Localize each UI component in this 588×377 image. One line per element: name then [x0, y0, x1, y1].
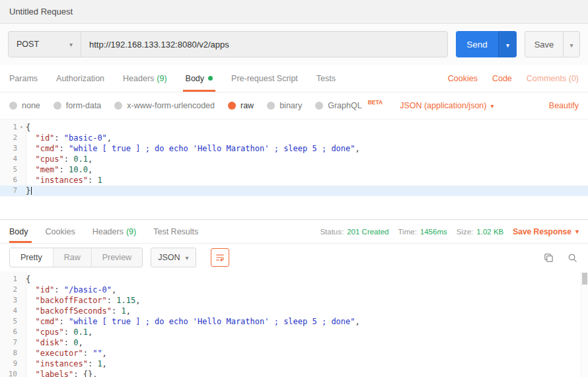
code-text: "instances": 1: [26, 175, 102, 186]
copy-icon: [544, 253, 554, 263]
beautify-link[interactable]: Beautify: [549, 101, 579, 110]
send-dropdown-button[interactable]: ▾: [498, 31, 517, 57]
response-toolbar: Pretty Raw Preview JSON ▾: [0, 244, 588, 271]
code-line: 3 "cmd": "while [ true ] ; do echo 'Hell…: [0, 143, 588, 154]
line-number: 5: [0, 164, 17, 175]
url-group: POST ▾: [8, 31, 448, 57]
code-line: 7 "disk": 0,: [0, 337, 588, 348]
body-type-graphql[interactable]: GraphQLBETA: [315, 101, 383, 110]
view-pretty-button[interactable]: Pretty: [10, 248, 54, 267]
save-dropdown-button[interactable]: ▾: [563, 31, 580, 57]
code-line: 2 "id": "basic-0",: [0, 133, 588, 143]
code-line: 4 "cpus": 0.1,: [0, 154, 588, 164]
code-line: 6 "instances": 1: [0, 175, 588, 186]
fold-spacer: [17, 143, 26, 154]
response-tab-headers[interactable]: Headers(9): [84, 220, 145, 243]
chevron-down-icon: ▾: [185, 254, 188, 261]
tab-headers[interactable]: Headers(9): [114, 65, 176, 92]
fold-spacer: [17, 359, 26, 369]
body-type-raw[interactable]: raw: [228, 101, 254, 110]
cookies-link[interactable]: Cookies: [448, 74, 478, 83]
fold-spacer: [17, 316, 26, 327]
tab-body[interactable]: Body: [176, 65, 223, 92]
line-number: 1: [0, 122, 17, 133]
time-label: Time:: [398, 228, 417, 236]
fold-spacer: [17, 327, 26, 337]
code-text: "instances": 1,: [26, 359, 107, 369]
tab-pre-request-script[interactable]: Pre-request Script: [222, 65, 307, 92]
fold-spacer: [17, 133, 26, 143]
line-number: 2: [0, 285, 17, 295]
save-response-button[interactable]: Save Response ▾: [513, 227, 579, 236]
copy-response-button[interactable]: [542, 251, 555, 264]
fold-spacer: [17, 186, 26, 196]
search-response-button[interactable]: [566, 251, 579, 264]
comments-link[interactable]: Comments (0): [527, 74, 579, 83]
code-text: "id": "/basic-0",: [26, 285, 116, 295]
request-body-editor[interactable]: 1▾{2 "id": "basic-0",3 "cmd": "while [ t…: [0, 119, 588, 197]
fold-spacer: [17, 154, 26, 164]
body-type-binary[interactable]: binary: [267, 101, 302, 110]
code-line: 7}: [0, 186, 588, 196]
view-raw-button[interactable]: Raw: [54, 248, 92, 267]
tab-authorization[interactable]: Authorization: [47, 65, 114, 92]
code-link[interactable]: Code: [492, 74, 512, 83]
response-tab-body[interactable]: Body: [9, 220, 37, 243]
response-meta: Status: 201 Created Time: 1456ms Size: 1…: [320, 227, 579, 236]
url-input[interactable]: [81, 32, 447, 57]
method-select[interactable]: POST ▾: [9, 32, 81, 57]
status-value: 201 Created: [347, 228, 388, 236]
code-line: 4 "backoffSeconds": 1,: [0, 306, 588, 316]
text-cursor: [31, 187, 32, 195]
save-button[interactable]: Save: [525, 31, 563, 57]
fold-spacer: [17, 274, 26, 285]
vertical-scrollbar[interactable]: [581, 271, 588, 377]
headers-count-badge: (9): [126, 227, 136, 236]
code-text: "labels": {},: [26, 369, 97, 377]
body-type-urlencoded[interactable]: x-www-form-urlencoded: [114, 101, 215, 110]
code-line: 2 "id": "/basic-0",: [0, 285, 588, 295]
fold-icon[interactable]: ▾: [17, 122, 26, 133]
response-tab-test-results[interactable]: Test Results: [145, 220, 207, 243]
graphql-beta-badge: BETA: [368, 99, 383, 106]
tab-params[interactable]: Params: [9, 65, 47, 92]
code-line: 6 "cpus": 0.1,: [0, 327, 588, 337]
body-type-bar: none form-data x-www-form-urlencoded raw…: [0, 92, 588, 119]
chevron-down-icon: ▾: [490, 102, 494, 110]
code-line: 5 "mem": 10.0,: [0, 164, 588, 175]
body-type-form-data[interactable]: form-data: [54, 101, 102, 110]
response-format-select[interactable]: JSON ▾: [151, 248, 196, 267]
tab-tests[interactable]: Tests: [307, 65, 345, 92]
code-line: 1{: [0, 274, 588, 285]
line-number: 4: [0, 306, 17, 316]
code-text: "cmd": "while [ true ] ; do echo 'Hello …: [26, 143, 360, 154]
response-body-viewer[interactable]: 1{2 "id": "/basic-0",3 "backoffFactor": …: [0, 271, 588, 377]
radio-icon: [54, 102, 61, 110]
save-button-group: Save ▾: [525, 31, 580, 57]
code-line: 1▾{: [0, 122, 588, 133]
line-number: 8: [0, 348, 17, 359]
send-button[interactable]: Send: [456, 31, 498, 57]
scrollbar-thumb[interactable]: [582, 273, 587, 285]
wrap-text-button[interactable]: [211, 248, 229, 267]
code-text: "cpus": 0.1,: [26, 154, 92, 164]
line-number: 9: [0, 359, 17, 369]
content-type-select[interactable]: JSON (application/json) ▾: [400, 101, 494, 110]
chevron-down-icon: ▾: [575, 228, 579, 235]
code-text: "backoffSeconds": 1,: [26, 306, 131, 316]
code-text: "executor": "",: [26, 348, 107, 359]
body-type-none[interactable]: none: [9, 101, 40, 110]
status-label: Status:: [320, 228, 344, 236]
size-label: Size:: [457, 228, 474, 236]
search-icon: [568, 253, 577, 263]
fold-spacer: [17, 164, 26, 175]
line-number: 6: [0, 327, 17, 337]
response-header: Body Cookies Headers(9) Test Results Sta…: [0, 219, 588, 244]
response-tab-cookies[interactable]: Cookies: [37, 220, 84, 243]
code-text: "cpus": 0.1,: [26, 327, 92, 337]
code-text: }: [26, 186, 32, 196]
fold-spacer: [17, 285, 26, 295]
radio-icon: [9, 102, 17, 110]
view-preview-button[interactable]: Preview: [92, 248, 142, 267]
radio-icon: [315, 102, 323, 110]
